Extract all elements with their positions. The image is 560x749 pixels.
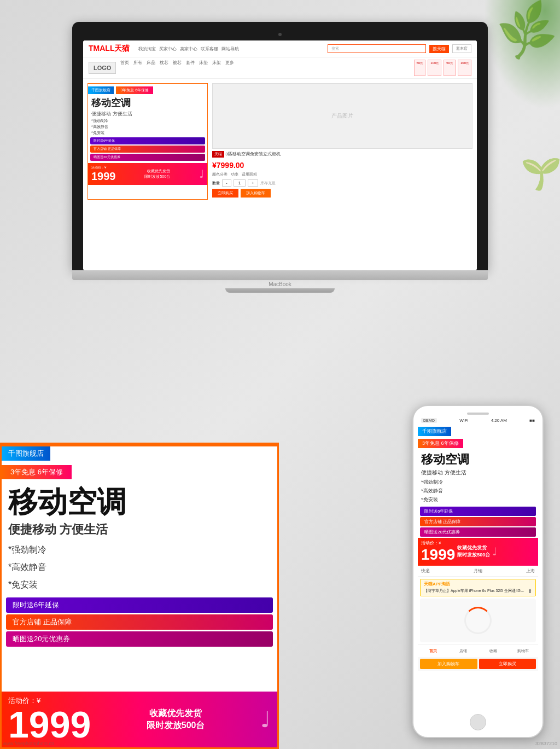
phone-benefit-3: 晒图送20元优惠券 [420, 527, 536, 537]
mini-price-label: 活动价：¥ [91, 165, 116, 170]
spec-type: 适用面积 [242, 172, 257, 177]
nav-2[interactable]: 枕芯 [160, 60, 168, 76]
macbook-container: TMALL天猫 我的淘宝 买家中心 卖家中心 联系客服 网站导航 搜索 搜天猫 … [72, 22, 488, 293]
phone-store-tag: 千图旗舰店 [418, 427, 451, 436]
phone-tab-cart[interactable]: 购物车 [508, 647, 538, 655]
phone-feature-3: *免安装 [421, 495, 535, 504]
main-price-side: 收藏优先发货 限时发放500台 [147, 707, 205, 732]
phone-product-image [420, 599, 536, 642]
store-button[interactable]: 逛本店 [452, 44, 471, 53]
mini-badge: 3年免息 6年保修 [116, 86, 153, 94]
tmall-logo: TMALL天猫 [89, 44, 130, 54]
add-cart-btn[interactable]: 加入购物车 [241, 189, 271, 198]
mini-benefit-3: 晒图送20元优惠券 [90, 154, 205, 161]
main-feature-1: *强劲制冷 [8, 541, 271, 559]
tmall-nav: LOGO 首页 所有 床品 枕芯 被芯 套件 床垫 床架 更多 50元 100元 [83, 57, 477, 79]
quantity-plus[interactable]: + [248, 179, 258, 187]
mini-price: 1999 [91, 170, 116, 183]
nav-3[interactable]: 被芯 [173, 60, 182, 76]
share-icon[interactable]: ⬆ [528, 588, 532, 594]
detail-info: 天猫 3匹移动空调免安装立式柜机 ¥7999.00 颜色分类 功率 适用面积 数… [212, 149, 472, 200]
phone-home-button[interactable] [470, 714, 486, 730]
buy-buttons: 立即购买 加入购物车 [212, 189, 472, 198]
nav-link: 网站导航 [221, 46, 239, 52]
phone-shipping: 快递 月销 上海 [418, 566, 538, 577]
phone-tab-collect[interactable]: 收藏 [478, 647, 508, 655]
detail-specs: 颜色分类 功率 适用面积 [212, 172, 472, 177]
quantity-area: 数量 - 1 + 库存充足 [212, 179, 472, 187]
nav-1[interactable]: 床品 [147, 60, 155, 76]
quantity-label: 数量 [212, 181, 220, 186]
stock-info: 库存充足 [260, 181, 276, 186]
phone-buy-btns: 加入购物车 立即购买 [418, 657, 538, 671]
tmall-search-bar: 搜索 [328, 44, 426, 53]
mini-side-text: 收藏优先发货 限时发放500台 [144, 169, 170, 179]
nav-link: 买家中心 [159, 46, 177, 52]
phone-benefit-1: 限时送6年延保 [420, 507, 536, 516]
phone-add-cart-btn[interactable]: 加入购物车 [420, 659, 477, 669]
phone-feature-1: *强劲制冷 [421, 478, 535, 486]
phone-tabs: 首页 店铺 收藏 购物车 [418, 645, 538, 657]
phone-tab-store[interactable]: 店铺 [448, 647, 478, 655]
macbook-screen-inner: TMALL天猫 我的淘宝 买家中心 卖家中心 联系客服 网站导航 搜索 搜天猫 … [83, 40, 477, 270]
coupon-2: 100元 [428, 60, 441, 76]
product-image-placeholder: 产品图片 [212, 83, 472, 149]
logo-text: LOGO [89, 62, 116, 74]
tmall-badge: 天猫 [212, 151, 224, 158]
mini-subtitle: 便捷移动 方便生活 [88, 111, 207, 118]
detail-price: ¥7999.00 [212, 159, 472, 172]
quantity-minus[interactable]: - [222, 179, 231, 187]
main-subtitle: 便捷移动 方便生活 [2, 520, 277, 539]
phone-wifi: WiFi [459, 418, 468, 423]
nav-link: 联系客服 [201, 46, 218, 52]
phone-time: 4:20 AM [491, 418, 507, 423]
loading-spinner [464, 607, 492, 634]
main-benefit-2: 官方店铺 正品保障 [6, 614, 273, 630]
coupon-3: 50元 [444, 60, 456, 76]
phone-tab-home[interactable]: 首页 [418, 647, 448, 655]
main-price-number: 1999 [8, 706, 91, 743]
macbook-foot [225, 288, 335, 293]
buy-now-btn[interactable]: 立即购买 [212, 189, 238, 198]
tmall-header: TMALL天猫 我的淘宝 买家中心 卖家中心 联系客服 网站导航 搜索 搜天猫 … [83, 40, 477, 57]
music-note-mini: ♩ [199, 167, 204, 181]
nav-5[interactable]: 床垫 [199, 60, 208, 76]
phone-price-area: 活动价：¥ 1999 收藏优先发货 限时发放500台 ♩ [418, 538, 538, 566]
phone-battery: ■■ [529, 418, 535, 423]
phone-screen: 千图旗舰店 3年免息 6年保修 移动空调 便捷移动 方便生活 *强劲制冷 *高效… [418, 425, 538, 710]
shipping-label: 快递 [421, 568, 430, 574]
nav-6[interactable]: 床架 [212, 60, 221, 76]
main-price-area: 活动价：¥ 1999 收藏优先发货 限时发放500台 ♩ [2, 692, 277, 747]
mini-benefit-2: 官方店铺 正品保障 [90, 146, 205, 153]
spec-color: 颜色分类 [212, 172, 228, 177]
main-feature-3: *免安装 [8, 576, 271, 594]
nav-all[interactable]: 所有 [133, 60, 142, 76]
main-badge: 3年免息 6年保修 [2, 465, 72, 479]
main-store-tag: 千图旗舰店 [2, 446, 50, 461]
search-button[interactable]: 搜天猫 [429, 45, 449, 53]
coupon-1: 50元 [414, 60, 426, 76]
phone-speaker [467, 413, 489, 415]
mini-price-area: 活动价：¥ 1999 收藏优先发货 限时发放500台 ♩ [88, 163, 207, 185]
quantity-value: 1 [234, 179, 246, 187]
nav-more[interactable]: 更多 [225, 60, 234, 76]
feature-2: *高效静音 [91, 124, 204, 130]
main-benefit-1: 限时送6年延保 [6, 597, 273, 613]
mini-benefit-1: 限时送6年延保 [90, 137, 205, 144]
mini-title: 移动空调 [88, 95, 207, 111]
image-label: 产品图片 [331, 112, 353, 120]
nav-4[interactable]: 套件 [186, 60, 195, 76]
tmall-content: 千图旗舰店 3年免息 6年保修 移动空调 便捷移动 方便生活 *强劲制冷 *高效… [83, 79, 477, 204]
nav-home[interactable]: 首页 [120, 60, 129, 76]
phone-frame: DEMO WiFi 4:20 AM ■■ 千图旗舰店 3年免息 6年保修 移动空… [412, 405, 544, 738]
mini-store-tag: 千图旗舰店 [88, 86, 114, 94]
product-name-detail: 3匹移动空调免安装立式柜机 [225, 152, 280, 156]
main-benefit-3: 晒图送20元优惠券 [6, 631, 273, 647]
phone-status-bar: DEMO WiFi 4:20 AM ■■ [418, 418, 538, 425]
phone-subtitle: 便捷移动 方便生活 [418, 469, 538, 477]
macbook-screen: TMALL天猫 我的淘宝 买家中心 卖家中心 联系客服 网站导航 搜索 搜天猫 … [72, 22, 488, 270]
coupon-4: 100元 [458, 60, 471, 76]
product-detail-mini: 产品图片 天猫 3匹移动空调免安装立式柜机 ¥7999.00 颜色分类 功率 适… [212, 83, 472, 200]
phone-buy-now-btn[interactable]: 立即购买 [479, 659, 536, 669]
phone-demo: DEMO [421, 418, 437, 423]
